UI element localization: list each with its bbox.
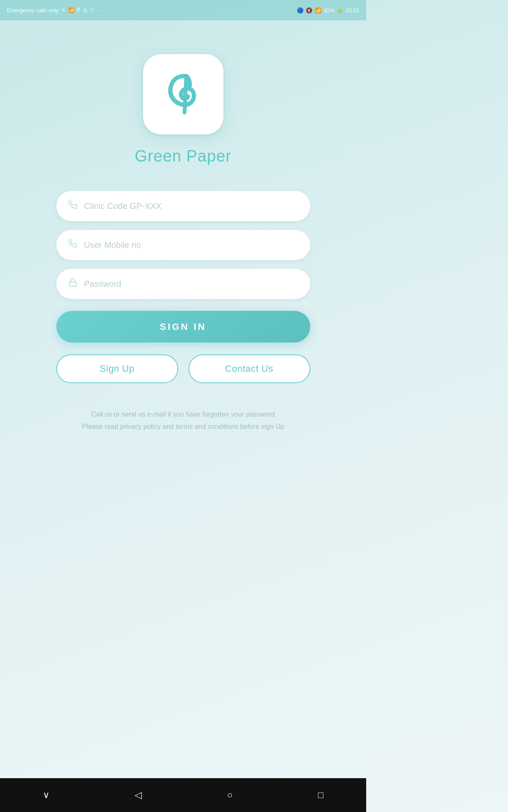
instagram-icon: ◎: [83, 7, 87, 13]
nav-down-arrow[interactable]: ∨: [34, 785, 58, 805]
phone-icon-mobile: [68, 239, 77, 251]
mobile-field: [56, 230, 310, 260]
status-left: Emergency calls only ✕ 📶 P ◎ ▽ ···: [7, 7, 100, 14]
nav-recent-button[interactable]: □: [309, 785, 332, 805]
status-right: 🔵 🔇 📶 42% 🔋 23:51: [297, 7, 359, 14]
battery-text: 42%: [323, 7, 334, 14]
phone-icon-clinic: [68, 200, 77, 212]
password-field: [56, 269, 310, 299]
mobile-input[interactable]: [84, 240, 298, 250]
app-name: Green Paper: [135, 147, 232, 165]
sign-up-button[interactable]: Sign Up: [56, 354, 178, 383]
bottom-buttons: Sign Up Contact Us: [56, 354, 310, 383]
pinterest-icon: P: [77, 7, 80, 13]
extra-icon: ▽: [90, 7, 94, 13]
lock-icon: [68, 278, 77, 290]
app-icon-container: [143, 54, 224, 134]
wifi-icon: 📶: [315, 7, 321, 14]
main-content: Green Paper: [0, 20, 366, 778]
signal-icon: ✕: [61, 7, 66, 13]
clock: 23:51: [345, 7, 359, 14]
dots-icon: ···: [96, 7, 100, 13]
footer-text: Call us or send us e-mail if you have fo…: [82, 409, 284, 433]
clinic-code-input[interactable]: [84, 201, 298, 211]
bottom-nav: ∨ ◁ ○ □: [0, 778, 366, 812]
mute-icon: 🔇: [306, 7, 312, 14]
sim-icon: 📶: [68, 7, 75, 13]
footer-line2: Please read privacy policy and terms and…: [82, 421, 284, 433]
footer-line1: Call us or send us e-mail if you have fo…: [82, 409, 284, 421]
login-form: SIGN IN Sign Up Contact Us: [56, 191, 310, 383]
emergency-text: Emergency calls only: [7, 7, 59, 14]
app-logo: [156, 67, 211, 122]
nav-home-button[interactable]: ○: [218, 785, 241, 805]
contact-us-button[interactable]: Contact Us: [188, 354, 310, 383]
password-input[interactable]: [84, 279, 298, 289]
clinic-code-field: [56, 191, 310, 221]
charging-icon: 🔋: [337, 7, 343, 14]
nav-back-button[interactable]: ◁: [126, 785, 150, 805]
svg-rect-0: [69, 282, 76, 286]
sign-in-button[interactable]: SIGN IN: [56, 311, 310, 343]
status-bar: Emergency calls only ✕ 📶 P ◎ ▽ ··· 🔵 🔇 📶…: [0, 0, 366, 20]
bluetooth-icon: 🔵: [297, 7, 304, 14]
